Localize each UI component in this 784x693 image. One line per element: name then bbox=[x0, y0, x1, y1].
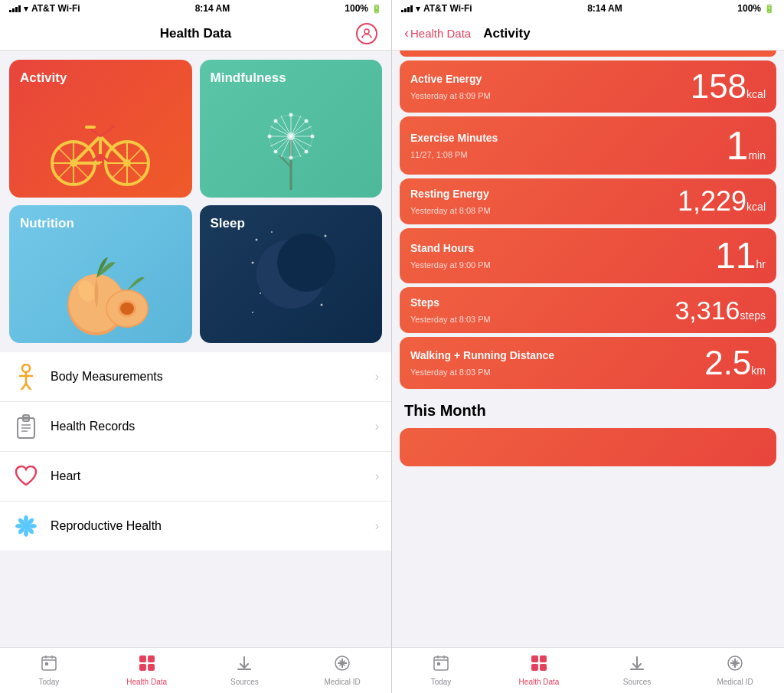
svg-point-43 bbox=[289, 113, 292, 117]
tab-sources-right[interactable]: Sources bbox=[588, 648, 686, 693]
tab-today-left[interactable]: Today bbox=[0, 648, 98, 693]
active-energy-info: Active Energy Yesterday at 8:09 PM bbox=[410, 73, 691, 100]
stand-hours-card[interactable]: Stand Hours Yesterday at 9:00 PM 11hr bbox=[400, 228, 776, 283]
resting-energy-value: 1,229 bbox=[678, 185, 746, 217]
status-right-right: 100% 🔋 bbox=[737, 3, 775, 14]
walking-running-title: Walking + Running Distance bbox=[410, 349, 704, 361]
steps-card[interactable]: Steps Yesterday at 8:03 PM 3,316steps bbox=[400, 287, 776, 333]
reproductive-health-item[interactable]: Reproductive Health › bbox=[0, 502, 391, 551]
resting-energy-unit: kcal bbox=[746, 201, 766, 213]
resting-energy-card[interactable]: Resting Energy Yesterday at 8:08 PM 1,22… bbox=[400, 178, 776, 224]
svg-rect-105 bbox=[434, 657, 448, 670]
activity-card[interactable]: Activity bbox=[9, 60, 192, 198]
svg-point-61 bbox=[324, 235, 326, 237]
svg-rect-97 bbox=[139, 664, 146, 671]
chevron-icon-heart: › bbox=[375, 469, 379, 483]
nutrition-card[interactable]: Nutrition bbox=[9, 205, 192, 343]
reproductive-health-label: Reproductive Health bbox=[51, 519, 375, 533]
nav-bar-right: ‹ Health Data Activity bbox=[392, 17, 784, 51]
tab-sources-left[interactable]: Sources bbox=[196, 648, 294, 693]
health-data-icon-right bbox=[531, 655, 547, 676]
time-label: 8:14 AM bbox=[195, 3, 230, 14]
profile-button[interactable] bbox=[354, 21, 379, 46]
time-label-right: 8:14 AM bbox=[587, 3, 622, 14]
svg-line-19 bbox=[90, 129, 100, 136]
medical-id-icon-left bbox=[334, 655, 351, 676]
resting-energy-title: Resting Energy bbox=[410, 188, 678, 200]
tab-medical-id-left[interactable]: Medical ID bbox=[293, 648, 391, 693]
active-energy-value-container: 158kcal bbox=[691, 70, 766, 103]
tab-medical-id-label-left: Medical ID bbox=[325, 678, 361, 686]
wifi-icon-right: ▾ bbox=[416, 4, 420, 14]
svg-line-73 bbox=[26, 384, 31, 390]
body-measurements-item[interactable]: Body Measurements › bbox=[0, 352, 391, 402]
this-month-partial-card[interactable] bbox=[400, 428, 776, 466]
tab-health-data-left[interactable]: Health Data bbox=[98, 648, 196, 693]
svg-rect-113 bbox=[540, 664, 547, 671]
peach-illustration bbox=[9, 236, 192, 343]
battery-icon: 🔋 bbox=[371, 4, 382, 14]
exercise-minutes-value: 1 bbox=[727, 123, 749, 168]
back-chevron-icon: ‹ bbox=[404, 25, 409, 41]
svg-point-51 bbox=[287, 132, 295, 140]
active-energy-unit: kcal bbox=[746, 88, 766, 100]
steps-unit: steps bbox=[740, 309, 766, 322]
stand-hours-info: Stand Hours Yesterday at 9:00 PM bbox=[410, 242, 715, 270]
active-energy-value: 158 bbox=[691, 67, 746, 105]
back-button[interactable]: ‹ Health Data bbox=[404, 25, 471, 41]
active-energy-card[interactable]: Active Energy Yesterday at 8:09 PM 158kc… bbox=[400, 60, 776, 113]
walking-running-value-container: 2.5km bbox=[704, 346, 766, 380]
back-text: Health Data bbox=[410, 27, 471, 40]
walking-running-info: Walking + Running Distance Yesterday at … bbox=[410, 349, 704, 377]
svg-point-60 bbox=[271, 231, 273, 233]
mindfulness-label: Mindfulness bbox=[211, 70, 286, 86]
svg-rect-112 bbox=[531, 664, 538, 671]
dandelion-illustration bbox=[200, 98, 383, 190]
tab-today-label-left: Today bbox=[39, 678, 60, 686]
tab-health-data-right[interactable]: Health Data bbox=[490, 648, 588, 693]
svg-rect-96 bbox=[148, 655, 155, 662]
sleep-label: Sleep bbox=[211, 216, 245, 231]
steps-title: Steps bbox=[410, 296, 675, 309]
active-energy-time: Yesterday at 8:09 PM bbox=[410, 91, 691, 100]
heart-item[interactable]: Heart › bbox=[0, 452, 391, 502]
svg-point-58 bbox=[120, 302, 134, 315]
mindfulness-card[interactable]: Mindfulness bbox=[200, 60, 383, 198]
stand-hours-time: Yesterday at 9:00 PM bbox=[410, 260, 715, 270]
wifi-icon: ▾ bbox=[24, 4, 28, 14]
status-right: 100% 🔋 bbox=[345, 3, 382, 14]
tab-sources-label-left: Sources bbox=[230, 678, 259, 686]
tab-medical-id-right[interactable]: Medical ID bbox=[686, 648, 784, 693]
health-records-item[interactable]: Health Records › bbox=[0, 402, 391, 452]
tab-today-right[interactable]: Today bbox=[392, 648, 490, 693]
tab-medical-id-label-right: Medical ID bbox=[717, 678, 753, 686]
exercise-minutes-unit: min bbox=[748, 149, 766, 162]
today-icon-right bbox=[433, 655, 449, 676]
nav-bar-left: Health Data bbox=[0, 17, 391, 51]
sources-icon-left bbox=[236, 655, 253, 676]
exercise-minutes-card[interactable]: Exercise Minutes 11/27, 1:08 PM 1min bbox=[400, 116, 776, 175]
main-content-left: Activity bbox=[0, 51, 391, 647]
svg-point-50 bbox=[304, 150, 308, 154]
heart-label: Heart bbox=[51, 469, 375, 483]
signal-bars-right bbox=[401, 5, 413, 12]
svg-point-83 bbox=[15, 524, 23, 528]
tab-health-data-label-right: Health Data bbox=[519, 678, 560, 686]
stand-hours-value-container: 11hr bbox=[715, 237, 766, 274]
battery-label: 100% bbox=[345, 3, 368, 14]
flower-icon bbox=[12, 512, 40, 540]
stand-hours-unit: hr bbox=[756, 258, 766, 270]
exercise-minutes-title: Exercise Minutes bbox=[410, 132, 727, 144]
body-measurements-label: Body Measurements bbox=[51, 370, 375, 384]
phone-left: ▾ AT&T Wi-Fi 8:14 AM 100% 🔋 Health Data bbox=[0, 0, 392, 693]
svg-point-84 bbox=[29, 524, 37, 528]
battery-label-right: 100% bbox=[737, 3, 761, 14]
medical-id-icon-right bbox=[727, 655, 743, 676]
sleep-card[interactable]: Sleep bbox=[200, 205, 383, 343]
body-icon bbox=[12, 363, 40, 391]
this-month-header: This Month bbox=[392, 393, 784, 424]
exercise-minutes-info: Exercise Minutes 11/27, 1:08 PM bbox=[410, 132, 727, 159]
tab-health-data-label-left: Health Data bbox=[126, 678, 167, 686]
walking-running-card[interactable]: Walking + Running Distance Yesterday at … bbox=[400, 337, 776, 389]
exercise-minutes-value-container: 1min bbox=[727, 126, 766, 165]
